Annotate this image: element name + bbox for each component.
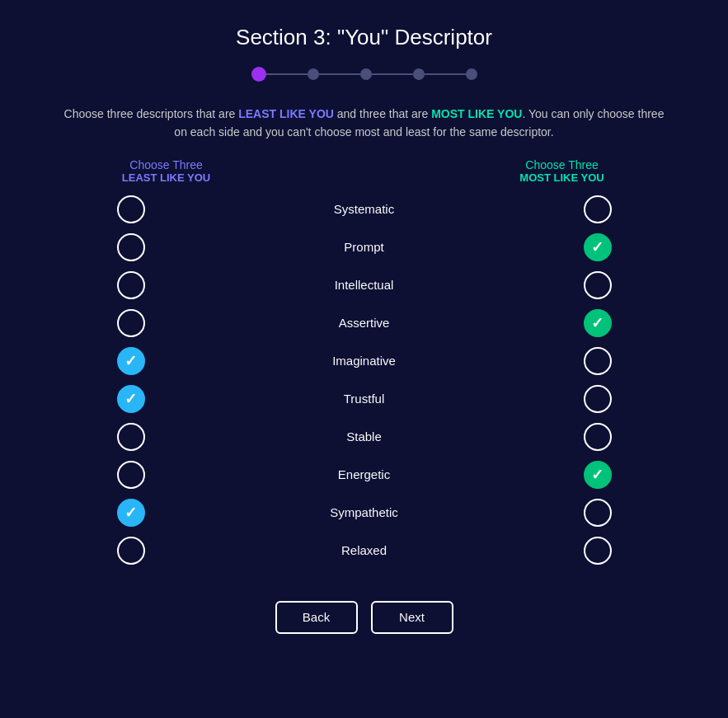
least-check-7[interactable] [117,461,145,489]
progress-line-2 [319,73,360,75]
least-choose-three-label: Choose Three [117,158,216,171]
progress-dot-2 [360,68,372,80]
instructions: Choose three descriptors that are LEAST … [59,105,669,142]
buttons-row: Back Next [275,601,453,634]
least-check-8[interactable]: ✓ [117,499,145,527]
least-label: LEAST LIKE YOU [238,107,334,120]
descriptor-name-1: Prompt [162,240,567,254]
descriptor-row-0: Systematic [117,192,612,227]
descriptor-row-6: Stable [117,420,612,454]
progress-line-3 [372,73,413,75]
least-check-3[interactable] [117,309,145,337]
descriptor-name-0: Systematic [162,202,567,216]
descriptor-row-9: Relaxed [117,533,612,568]
descriptor-row-3: Assertive✓ [117,306,612,340]
progress-dot-3 [413,68,425,80]
most-check-3[interactable]: ✓ [584,309,612,337]
descriptor-row-1: Prompt✓ [117,230,612,265]
descriptor-name-8: Sympathetic [162,505,567,519]
most-check-2[interactable] [584,271,612,299]
least-check-6[interactable] [117,423,145,451]
progress-line-4 [425,73,466,75]
progress-dot-4 [466,68,477,80]
most-choose-three-label: Choose Three [513,158,612,171]
least-type-label: LEAST LIKE YOU [117,171,216,184]
most-check-9[interactable] [584,537,612,565]
page-title: Section 3: "You" Descriptor [236,25,492,50]
most-check-7[interactable]: ✓ [584,461,612,489]
progress-dot-1 [308,68,319,80]
least-check-1[interactable] [117,233,145,261]
progress-line-1 [266,73,308,75]
most-type-label: MOST LIKE YOU [513,171,612,184]
descriptor-row-7: Energetic✓ [117,458,612,492]
least-check-4[interactable]: ✓ [117,347,145,375]
progress-bar [251,67,477,82]
most-label: MOST LIKE YOU [431,107,522,120]
most-check-8[interactable] [584,499,612,527]
instructions-text-between: and three that are [334,107,431,120]
descriptor-name-6: Stable [162,429,567,443]
descriptor-row-2: Intellectual [117,268,612,303]
least-check-2[interactable] [117,271,145,299]
least-check-9[interactable] [117,537,145,565]
descriptor-name-5: Trustful [162,392,567,406]
descriptor-row-4: ✓Imaginative [117,344,612,378]
descriptor-name-4: Imaginative [162,354,567,368]
descriptor-row-5: ✓Trustful [117,382,612,416]
descriptor-name-2: Intellectual [162,278,567,292]
most-check-1[interactable]: ✓ [584,233,612,261]
columns-header: Choose Three LEAST LIKE YOU Choose Three… [117,158,612,184]
descriptor-name-3: Assertive [162,316,567,330]
least-column-header: Choose Three LEAST LIKE YOU [117,158,216,184]
descriptor-list: SystematicPrompt✓IntellectualAssertive✓✓… [117,192,612,568]
descriptor-name-7: Energetic [162,467,567,481]
most-check-4[interactable] [584,347,612,375]
descriptor-row-8: ✓Sympathetic [117,495,612,530]
back-button[interactable]: Back [275,601,358,634]
descriptor-name-9: Relaxed [162,543,567,557]
most-check-5[interactable] [584,385,612,413]
most-check-0[interactable] [584,195,612,223]
least-check-0[interactable] [117,195,145,223]
next-button[interactable]: Next [371,601,453,634]
most-column-header: Choose Three MOST LIKE YOU [513,158,612,184]
most-check-6[interactable] [584,423,612,451]
least-check-5[interactable]: ✓ [117,385,145,413]
progress-dot-0 [251,67,266,82]
instructions-text-before: Choose three descriptors that are [64,107,239,120]
